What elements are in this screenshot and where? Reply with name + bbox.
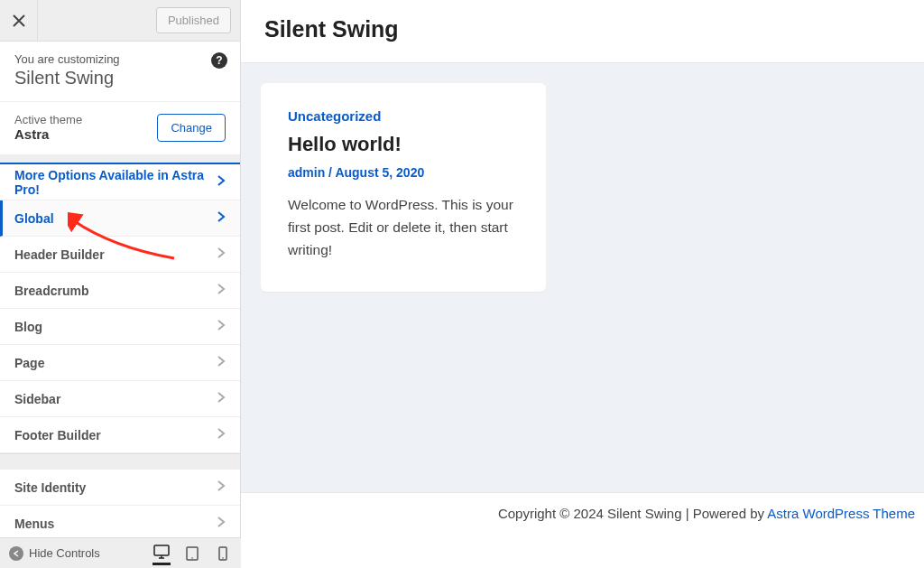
chevron-right-icon [217, 283, 226, 298]
chevron-right-icon [217, 355, 226, 370]
post-excerpt: Welcome to WordPress. This is your first… [288, 194, 519, 261]
menu-item-label: Header Builder [14, 247, 105, 262]
preview-footer: Copyright © 2024 Silent Swing | Powered … [241, 492, 924, 537]
change-theme-button[interactable]: Change [157, 114, 226, 142]
menu-item-global[interactable]: Global [0, 200, 240, 237]
menu-item-label: Menus [14, 517, 54, 531]
chevron-right-icon [217, 480, 226, 495]
active-theme-name: Astra [14, 126, 82, 142]
menu-item-site-identity[interactable]: Site Identity [0, 470, 240, 506]
menu-item-label: Site Identity [14, 480, 86, 495]
publish-button[interactable]: Published [156, 7, 231, 33]
menu-item-breadcrumb[interactable]: Breadcrumb [0, 273, 240, 309]
menu-item-pro[interactable]: More Options Available in Astra Pro! [0, 164, 240, 200]
menu-item-label: More Options Available in Astra Pro! [14, 168, 217, 197]
customizing-label: You are customizing [14, 52, 226, 66]
post-category[interactable]: Uncategorized [288, 108, 519, 124]
menu-item-menus[interactable]: Menus [0, 506, 240, 537]
menu-item-page[interactable]: Page [0, 345, 240, 381]
chevron-right-icon [217, 516, 226, 531]
menu-item-label: Page [14, 356, 44, 370]
site-name: Silent Swing [14, 68, 226, 88]
chevron-right-icon [217, 427, 226, 442]
footer-theme-link[interactable]: Astra WordPress Theme [767, 506, 915, 521]
post-card: Uncategorized Hello world! admin / Augus… [261, 83, 546, 292]
help-icon[interactable]: ? [211, 52, 227, 69]
menu-item-label: Blog [14, 320, 42, 334]
post-meta[interactable]: admin / August 5, 2020 [288, 165, 519, 180]
menu-item-label: Sidebar [14, 392, 60, 406]
menu-item-footer-builder[interactable]: Footer Builder [0, 417, 240, 453]
chevron-right-icon [217, 319, 226, 334]
chevron-right-icon [217, 391, 226, 406]
chevron-right-icon [217, 174, 226, 190]
post-title[interactable]: Hello world! [288, 133, 519, 156]
chevron-right-icon [217, 247, 226, 262]
menu-item-label: Breadcrumb [14, 284, 88, 298]
active-theme-label: Active theme [14, 113, 82, 126]
menu-item-label: Global [14, 211, 54, 226]
menu-item-sidebar[interactable]: Sidebar [0, 381, 240, 417]
preview-site-title[interactable]: Silent Swing [264, 16, 901, 42]
chevron-right-icon [217, 210, 226, 226]
menu-item-header-builder[interactable]: Header Builder [0, 237, 240, 273]
menu-item-label: Footer Builder [14, 428, 101, 442]
close-customizer[interactable] [0, 0, 38, 42]
menu-item-blog[interactable]: Blog [0, 309, 240, 345]
